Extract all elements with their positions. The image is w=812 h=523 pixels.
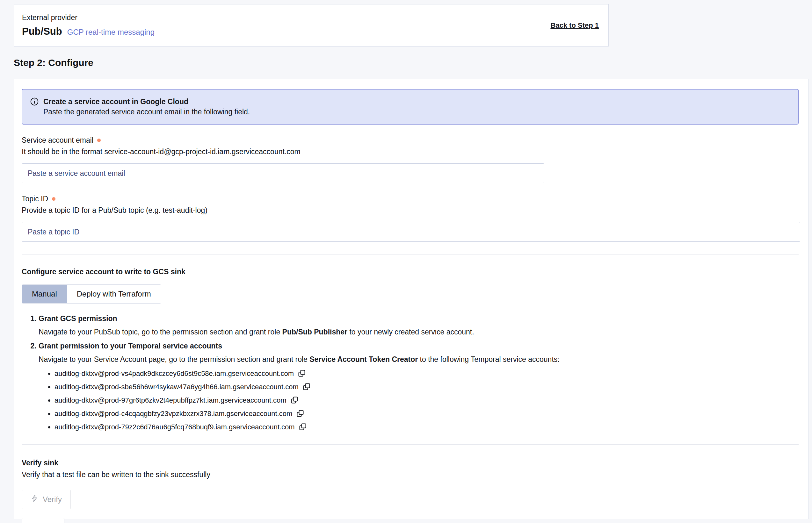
copy-icon <box>299 423 306 432</box>
copy-icon <box>296 410 304 418</box>
step-body: Navigate to your Service Account page, g… <box>38 354 799 364</box>
verify-button-label: Verify <box>43 495 62 504</box>
section-divider <box>22 444 799 445</box>
step-grant-gcs-permission: Grant GCS permission Navigate to your Pu… <box>38 314 799 337</box>
service-account-email-label: Service account email <box>22 136 93 145</box>
required-indicator <box>97 139 101 142</box>
step-body-text: to the following Temporal service accoun… <box>418 355 559 363</box>
topic-id-helper: Provide a topic ID for a Pub/Sub topic (… <box>22 206 799 215</box>
required-indicator <box>52 197 55 201</box>
copy-button[interactable] <box>303 383 311 392</box>
configure-step-card: Create a service account in Google Cloud… <box>14 79 809 519</box>
section-divider <box>22 254 799 255</box>
step-body-text: to your newly created service account. <box>347 328 474 336</box>
service-account-email-helper: It should be in the format service-accou… <box>22 147 799 156</box>
step-body-bold: Service Account Token Creator <box>310 355 418 363</box>
topic-id-input[interactable] <box>22 222 800 242</box>
info-banner: Create a service account in Google Cloud… <box>22 89 799 125</box>
verify-sink-title: Verify sink <box>22 459 799 467</box>
tab-deploy-with-terraform[interactable]: Deploy with Terraform <box>67 285 161 303</box>
page-title: Step 2: Configure <box>14 57 93 68</box>
copy-icon <box>303 383 311 392</box>
list-item: auditlog-dktxv@prod-vs4padk9dkczcey6d6st… <box>54 369 799 378</box>
manual-steps-list: Grant GCS permission Navigate to your Pu… <box>22 314 799 431</box>
service-account-email-input[interactable] <box>22 163 544 183</box>
provider-description: GCP real-time messaging <box>67 28 155 37</box>
list-item: auditlog-dktxv@prod-sbe56h6wr4sykaw47a6y… <box>54 383 799 392</box>
verify-sink-description: Verify that a test file can be written t… <box>22 470 799 479</box>
provider-info: External provider Pub/Sub GCP real-time … <box>22 13 155 37</box>
tab-manual[interactable]: Manual <box>22 285 67 303</box>
service-account-email-field-block: Service account email It should be in th… <box>22 136 799 183</box>
service-account-email: auditlog-dktxv@prod-c4cqaqgbfzy23vpzkbxz… <box>54 410 292 418</box>
configure-section-title: Configure service account to write to GC… <box>22 268 799 276</box>
list-item: auditlog-dktxv@prod-79z2c6d76au6g5fcq768… <box>54 423 799 432</box>
service-accounts-list: auditlog-dktxv@prod-vs4padk9dkczcey6d6st… <box>38 369 799 432</box>
service-account-email: auditlog-dktxv@prod-97gr6tp6zkv2t4epubff… <box>54 397 286 404</box>
copy-button[interactable] <box>290 396 298 405</box>
step-title: Grant permission to your Temporal servic… <box>38 342 222 350</box>
service-account-email: auditlog-dktxv@prod-sbe56h6wr4sykaw47a6y… <box>54 383 299 391</box>
verify-button[interactable]: Verify <box>22 490 71 509</box>
provider-card: External provider Pub/Sub GCP real-time … <box>14 4 609 47</box>
lightning-icon <box>31 494 38 504</box>
step-title: Grant GCS permission <box>38 314 117 323</box>
back-to-step-1-link[interactable]: Back to Step 1 <box>550 21 599 30</box>
topic-id-label: Topic ID <box>22 195 48 203</box>
provider-card-label: External provider <box>22 13 155 22</box>
step-body-bold: Pub/Sub Publisher <box>282 328 347 336</box>
step-body-text: Navigate to your Service Account page, g… <box>38 355 310 363</box>
info-icon <box>30 97 39 117</box>
list-item: auditlog-dktxv@prod-c4cqaqgbfzy23vpzkbxz… <box>54 410 799 418</box>
copy-icon <box>290 396 298 405</box>
copy-button[interactable] <box>298 369 306 378</box>
step-body: Navigate to your PubSub topic, go to the… <box>38 327 799 337</box>
service-account-email: auditlog-dktxv@prod-vs4padk9dkczcey6d6st… <box>54 370 294 377</box>
configure-tabs: Manual Deploy with Terraform <box>22 285 161 304</box>
create-button[interactable]: Create <box>22 518 64 523</box>
provider-name: Pub/Sub <box>22 26 62 37</box>
topic-id-field-block: Topic ID Provide a topic ID for a Pub/Su… <box>22 195 799 242</box>
banner-title: Create a service account in Google Cloud <box>43 96 250 107</box>
list-item: auditlog-dktxv@prod-97gr6tp6zkv2t4epubff… <box>54 396 799 405</box>
banner-body: Paste the generated service account emai… <box>43 107 250 117</box>
copy-icon <box>298 369 306 378</box>
copy-button[interactable] <box>296 410 304 418</box>
step-body-text: Navigate to your PubSub topic, go to the… <box>38 328 282 336</box>
copy-button[interactable] <box>299 423 306 432</box>
step-grant-temporal-permission: Grant permission to your Temporal servic… <box>38 341 799 432</box>
service-account-email: auditlog-dktxv@prod-79z2c6d76au6g5fcq768… <box>54 423 295 431</box>
